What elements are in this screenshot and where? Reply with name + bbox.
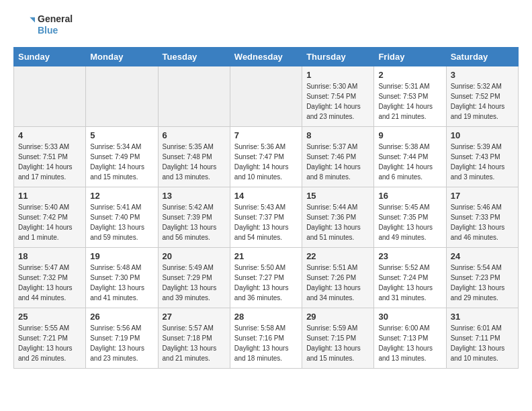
day-info: Sunrise: 5:47 AM Sunset: 7:32 PM Dayligh… (18, 263, 81, 303)
logo: General Blue (13, 13, 73, 36)
day-number: 17 (451, 191, 514, 201)
day-info: Sunrise: 5:37 AM Sunset: 7:46 PM Dayligh… (306, 142, 369, 182)
day-number: 20 (163, 251, 226, 261)
weekday-header-friday: Friday (374, 47, 446, 66)
day-number: 19 (90, 251, 153, 261)
day-info: Sunrise: 5:49 AM Sunset: 7:29 PM Dayligh… (163, 263, 226, 303)
calendar-cell: 19Sunrise: 5:48 AM Sunset: 7:30 PM Dayli… (86, 247, 158, 308)
day-info: Sunrise: 5:33 AM Sunset: 7:51 PM Dayligh… (18, 142, 81, 182)
week-row-5: 25Sunrise: 5:55 AM Sunset: 7:21 PM Dayli… (14, 308, 519, 368)
day-number: 7 (234, 130, 298, 140)
calendar-cell: 1Sunrise: 5:30 AM Sunset: 7:54 PM Daylig… (302, 66, 374, 126)
day-info: Sunrise: 6:01 AM Sunset: 7:11 PM Dayligh… (451, 323, 514, 363)
day-number: 24 (451, 251, 514, 261)
calendar-cell: 10Sunrise: 5:39 AM Sunset: 7:43 PM Dayli… (446, 126, 518, 187)
calendar-cell: 27Sunrise: 5:57 AM Sunset: 7:18 PM Dayli… (158, 308, 230, 368)
day-info: Sunrise: 5:44 AM Sunset: 7:36 PM Dayligh… (306, 202, 369, 242)
weekday-header-saturday: Saturday (446, 47, 518, 66)
day-info: Sunrise: 5:36 AM Sunset: 7:47 PM Dayligh… (234, 142, 298, 182)
calendar-cell: 21Sunrise: 5:50 AM Sunset: 7:27 PM Dayli… (230, 247, 302, 308)
calendar-cell (86, 66, 158, 126)
logo-line2: Blue (38, 25, 73, 36)
day-number: 2 (378, 70, 441, 80)
calendar-cell: 14Sunrise: 5:43 AM Sunset: 7:37 PM Dayli… (230, 187, 302, 247)
day-number: 27 (163, 312, 226, 322)
week-row-4: 18Sunrise: 5:47 AM Sunset: 7:32 PM Dayli… (14, 247, 519, 308)
calendar-cell: 11Sunrise: 5:40 AM Sunset: 7:42 PM Dayli… (14, 187, 86, 247)
day-number: 28 (234, 312, 298, 322)
calendar-cell: 8Sunrise: 5:37 AM Sunset: 7:46 PM Daylig… (302, 126, 374, 187)
page-header: General Blue (13, 13, 519, 36)
day-info: Sunrise: 5:51 AM Sunset: 7:26 PM Dayligh… (306, 263, 369, 303)
calendar-cell: 15Sunrise: 5:44 AM Sunset: 7:36 PM Dayli… (302, 187, 374, 247)
day-info: Sunrise: 5:35 AM Sunset: 7:48 PM Dayligh… (163, 142, 226, 182)
calendar-cell: 22Sunrise: 5:51 AM Sunset: 7:26 PM Dayli… (302, 247, 374, 308)
week-row-2: 4Sunrise: 5:33 AM Sunset: 7:51 PM Daylig… (14, 126, 519, 187)
day-number: 8 (306, 130, 369, 140)
calendar-cell: 4Sunrise: 5:33 AM Sunset: 7:51 PM Daylig… (14, 126, 86, 187)
calendar-table: SundayMondayTuesdayWednesdayThursdayFrid… (13, 47, 519, 369)
calendar-cell: 3Sunrise: 5:32 AM Sunset: 7:52 PM Daylig… (446, 66, 518, 126)
logo-svg (13, 14, 35, 36)
day-info: Sunrise: 5:40 AM Sunset: 7:42 PM Dayligh… (18, 202, 81, 242)
day-info: Sunrise: 5:57 AM Sunset: 7:18 PM Dayligh… (163, 323, 226, 363)
day-info: Sunrise: 5:45 AM Sunset: 7:35 PM Dayligh… (378, 202, 441, 242)
day-number: 3 (451, 70, 514, 80)
day-number: 9 (378, 130, 441, 140)
day-number: 30 (378, 312, 441, 322)
weekday-header-tuesday: Tuesday (158, 47, 230, 66)
week-row-1: 1Sunrise: 5:30 AM Sunset: 7:54 PM Daylig… (14, 66, 519, 126)
calendar-cell: 6Sunrise: 5:35 AM Sunset: 7:48 PM Daylig… (158, 126, 230, 187)
day-number: 31 (451, 312, 514, 322)
calendar-cell: 12Sunrise: 5:41 AM Sunset: 7:40 PM Dayli… (86, 187, 158, 247)
day-number: 23 (378, 251, 441, 261)
day-info: Sunrise: 5:50 AM Sunset: 7:27 PM Dayligh… (234, 263, 298, 303)
weekday-header-monday: Monday (86, 47, 158, 66)
day-info: Sunrise: 5:30 AM Sunset: 7:54 PM Dayligh… (306, 81, 369, 122)
day-info: Sunrise: 5:43 AM Sunset: 7:37 PM Dayligh… (234, 202, 298, 242)
day-info: Sunrise: 5:39 AM Sunset: 7:43 PM Dayligh… (451, 142, 514, 182)
calendar-cell: 28Sunrise: 5:58 AM Sunset: 7:16 PM Dayli… (230, 308, 302, 368)
day-info: Sunrise: 5:58 AM Sunset: 7:16 PM Dayligh… (234, 323, 298, 363)
day-number: 6 (163, 130, 226, 140)
week-row-3: 11Sunrise: 5:40 AM Sunset: 7:42 PM Dayli… (14, 187, 519, 247)
day-info: Sunrise: 5:52 AM Sunset: 7:24 PM Dayligh… (378, 263, 441, 303)
day-number: 5 (90, 130, 153, 140)
calendar-cell: 7Sunrise: 5:36 AM Sunset: 7:47 PM Daylig… (230, 126, 302, 187)
calendar-cell: 13Sunrise: 5:42 AM Sunset: 7:39 PM Dayli… (158, 187, 230, 247)
day-info: Sunrise: 5:48 AM Sunset: 7:30 PM Dayligh… (90, 263, 153, 303)
weekday-header-sunday: Sunday (14, 47, 86, 66)
calendar-cell: 5Sunrise: 5:34 AM Sunset: 7:49 PM Daylig… (86, 126, 158, 187)
day-info: Sunrise: 5:34 AM Sunset: 7:49 PM Dayligh… (90, 142, 153, 182)
day-info: Sunrise: 5:38 AM Sunset: 7:44 PM Dayligh… (378, 142, 441, 182)
calendar-cell: 2Sunrise: 5:31 AM Sunset: 7:53 PM Daylig… (374, 66, 446, 126)
calendar-cell: 30Sunrise: 6:00 AM Sunset: 7:13 PM Dayli… (374, 308, 446, 368)
day-number: 16 (378, 191, 441, 201)
weekday-header-row: SundayMondayTuesdayWednesdayThursdayFrid… (14, 47, 519, 66)
calendar-cell: 18Sunrise: 5:47 AM Sunset: 7:32 PM Dayli… (14, 247, 86, 308)
day-number: 18 (18, 251, 81, 261)
day-number: 26 (90, 312, 153, 322)
day-number: 22 (306, 251, 369, 261)
logo-text: General Blue (38, 13, 73, 36)
calendar-cell: 9Sunrise: 5:38 AM Sunset: 7:44 PM Daylig… (374, 126, 446, 187)
day-info: Sunrise: 5:46 AM Sunset: 7:33 PM Dayligh… (451, 202, 514, 242)
calendar-cell: 17Sunrise: 5:46 AM Sunset: 7:33 PM Dayli… (446, 187, 518, 247)
day-info: Sunrise: 5:41 AM Sunset: 7:40 PM Dayligh… (90, 202, 153, 242)
calendar-cell: 26Sunrise: 5:56 AM Sunset: 7:19 PM Dayli… (86, 308, 158, 368)
day-info: Sunrise: 5:32 AM Sunset: 7:52 PM Dayligh… (451, 81, 514, 122)
day-number: 10 (451, 130, 514, 140)
day-info: Sunrise: 5:55 AM Sunset: 7:21 PM Dayligh… (18, 323, 81, 363)
calendar-cell: 24Sunrise: 5:54 AM Sunset: 7:23 PM Dayli… (446, 247, 518, 308)
calendar-cell (14, 66, 86, 126)
day-info: Sunrise: 5:42 AM Sunset: 7:39 PM Dayligh… (163, 202, 226, 242)
calendar-cell (230, 66, 302, 126)
day-number: 12 (90, 191, 153, 201)
day-number: 15 (306, 191, 369, 201)
day-info: Sunrise: 5:31 AM Sunset: 7:53 PM Dayligh… (378, 81, 441, 122)
svg-rect-0 (13, 17, 35, 32)
weekday-header-wednesday: Wednesday (230, 47, 302, 66)
day-number: 13 (163, 191, 226, 201)
day-number: 25 (18, 312, 81, 322)
day-number: 11 (18, 191, 81, 201)
